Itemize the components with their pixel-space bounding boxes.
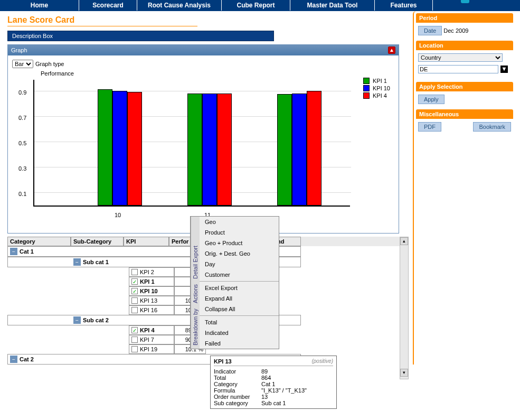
checkbox[interactable] (131, 307, 138, 313)
country-value-input[interactable] (418, 65, 498, 73)
apply-selection-header: Apply Selection (416, 82, 513, 91)
date-value: Dec 2009 (443, 27, 468, 34)
checkbox[interactable] (131, 337, 138, 343)
bar[interactable] (217, 94, 232, 206)
y-tick: 0.5 (18, 140, 26, 146)
menu-item[interactable]: Excel Export (200, 283, 279, 293)
scroll-up-icon[interactable]: ▴ (400, 237, 408, 245)
kpi-tooltip: KPI 13 (positive) Indicator89Total864Cat… (210, 356, 337, 409)
bar[interactable] (202, 94, 217, 206)
bar[interactable] (277, 94, 292, 206)
menu-item[interactable]: Failed (200, 338, 279, 349)
tree-label[interactable]: Sub cat 2 (83, 317, 109, 323)
kpi-label[interactable]: KPI 2 (140, 269, 154, 275)
bar[interactable] (307, 91, 322, 206)
sidebar: BUSINESS CODE Period Date Dec 2009 Locat… (413, 11, 515, 365)
kpi-label[interactable]: KPI 16 (140, 307, 157, 313)
graph-header-label: Graph (11, 47, 27, 53)
context-menu: Breakdown byActionsDetail Export GeoProd… (190, 216, 279, 349)
menu-item[interactable]: Geo + Product (200, 238, 279, 248)
apply-button[interactable]: Apply (418, 95, 445, 104)
legend-swatch (363, 85, 370, 91)
location-header: Location (416, 41, 513, 50)
period-header: Period (416, 13, 513, 23)
menu-item[interactable]: Customer (200, 269, 279, 280)
legend-swatch (363, 78, 370, 84)
menu-item[interactable]: Expand All (200, 293, 279, 304)
nav-master-data-tool[interactable]: Master Data Tool (290, 0, 375, 11)
column-header[interactable]: KPI (124, 237, 169, 246)
bar[interactable] (187, 94, 202, 206)
y-tick: 0.9 (18, 89, 26, 96)
vertical-scrollbar[interactable]: ▴ ▾ (400, 237, 409, 379)
checkbox[interactable]: ✓ (131, 327, 138, 333)
tooltip-value: 89 (261, 368, 268, 375)
tooltip-key: Indicator (214, 368, 261, 375)
collapse-icon[interactable]: − (73, 316, 81, 324)
graph-type-select[interactable]: Bar (12, 60, 33, 68)
nav-root-cause-analysis[interactable]: Root Cause Analysis (137, 0, 222, 11)
country-select[interactable]: Country (418, 53, 503, 62)
collapse-icon[interactable]: − (10, 248, 17, 255)
column-header[interactable]: Category (7, 237, 71, 246)
menu-item[interactable]: Day (200, 259, 279, 269)
page-title: Lane Score Card (7, 15, 197, 26)
scroll-down-icon[interactable]: ▾ (400, 369, 408, 377)
collapse-icon[interactable]: ▲ (388, 46, 395, 54)
kpi-label[interactable]: KPI 4 (140, 327, 155, 333)
bar[interactable] (112, 91, 127, 206)
description-box[interactable]: Description Box (7, 31, 274, 41)
tooltip-value: Sub cat 1 (261, 400, 286, 406)
bar[interactable] (127, 92, 142, 206)
tree-label[interactable]: Cat 1 (20, 248, 34, 255)
nav-features[interactable]: Features (375, 0, 433, 11)
top-nav: HomeScorecardRoot Cause AnalysisCube Rep… (0, 0, 520, 11)
menu-item[interactable]: Total (200, 317, 279, 328)
tooltip-key: Formula (214, 387, 261, 394)
tree-label[interactable]: Sub cat 1 (83, 259, 109, 265)
menu-item[interactable]: Geo (200, 217, 279, 227)
menu-item[interactable]: Orig. + Dest. Geo (200, 248, 279, 259)
kpi-label[interactable]: KPI 7 (140, 337, 154, 343)
y-tick: 0.3 (18, 165, 26, 172)
checkbox[interactable]: ✓ (131, 288, 138, 294)
logo-text-2: CODE (481, 0, 512, 1)
tree-label[interactable]: Cat 2 (20, 356, 34, 362)
menu-item[interactable]: Indicated (200, 328, 279, 338)
legend-label: KPI 10 (373, 85, 390, 91)
tooltip-title: KPI 13 (214, 358, 232, 365)
checkbox[interactable] (131, 297, 138, 304)
checkbox[interactable] (131, 346, 138, 352)
menu-item[interactable]: Collapse All (200, 304, 279, 314)
kpi-label[interactable]: KPI 19 (140, 346, 157, 352)
column-header[interactable]: Sub-Category (71, 237, 124, 246)
menu-section-label: Detail Export (192, 245, 198, 280)
nav-home[interactable]: Home (0, 0, 79, 11)
kpi-label[interactable]: KPI 13 (140, 297, 157, 304)
date-button[interactable]: Date (418, 26, 442, 35)
chart-area: Performance 0.10.30.50.70.9 1011 KPI 1KP… (12, 70, 394, 229)
collapse-icon[interactable]: − (10, 356, 17, 363)
checkbox[interactable] (131, 269, 138, 275)
y-tick: 0.1 (18, 191, 26, 197)
legend-label: KPI 1 (373, 78, 387, 84)
nav-cube-report[interactable]: Cube Report (222, 0, 290, 11)
dropdown-icon[interactable]: ▼ (500, 66, 508, 73)
x-label: 10 (115, 212, 121, 218)
tooltip-key: Order number (214, 394, 261, 400)
bar[interactable] (292, 94, 307, 206)
kpi-label[interactable]: KPI 10 (140, 288, 158, 294)
tooltip-value: 13 (261, 394, 268, 400)
tooltip-tag: (positive) (311, 358, 333, 365)
kpi-label[interactable]: KPI 1 (140, 278, 155, 285)
collapse-icon[interactable]: − (73, 258, 81, 266)
chart-legend: KPI 1KPI 10KPI 4 (363, 78, 390, 100)
pdf-button[interactable]: PDF (418, 122, 441, 132)
bar[interactable] (98, 89, 112, 206)
menu-section-label: Breakdown by (192, 307, 198, 347)
chart-title: Performance (41, 70, 74, 77)
nav-scorecard[interactable]: Scorecard (79, 0, 137, 11)
menu-item[interactable]: Product (200, 227, 279, 238)
checkbox[interactable]: ✓ (131, 278, 138, 285)
bookmark-button[interactable]: Bookmark (473, 122, 511, 132)
